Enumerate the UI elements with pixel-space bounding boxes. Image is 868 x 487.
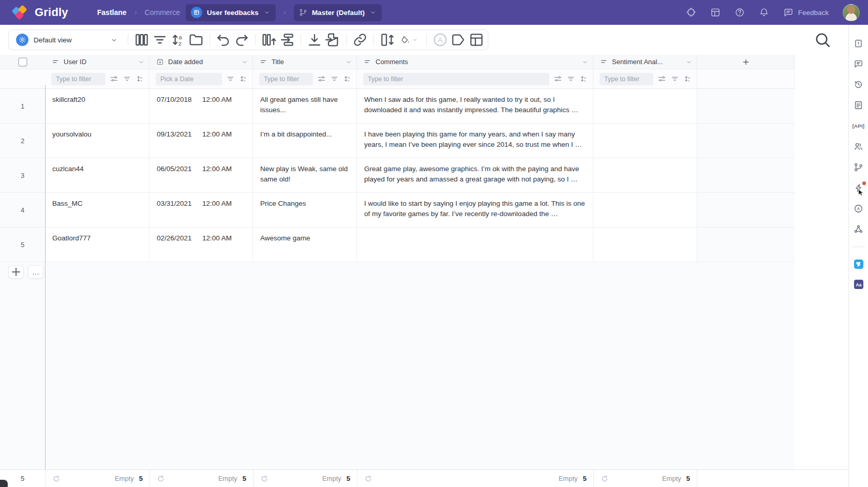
cell-title[interactable]: All great games still have issues... [253,89,357,123]
column-summary-comments[interactable]: Empty 5 [357,470,593,487]
cell-user-id[interactable]: cuzlcan44 [45,158,149,192]
addons-icon[interactable] [686,7,696,18]
column-header-date-added[interactable]: Date added [149,55,253,69]
user-avatar[interactable] [843,4,860,21]
column-header-title[interactable]: Title [253,55,357,69]
sort-icon[interactable]: az [136,74,144,83]
cell-comments[interactable]: I would like to start by saying I enjoy … [357,193,593,227]
sort-button[interactable]: az [169,32,187,48]
filter-input-user-id[interactable] [51,73,106,85]
filter-icon[interactable] [226,74,235,83]
translation-icon[interactable]: A [854,204,863,214]
filter-icon[interactable] [670,74,679,83]
cell-user-id[interactable]: skillcraft20 [45,89,149,123]
redo-button[interactable] [233,32,250,48]
cell-title[interactable]: I’m a bit disappointed... [253,124,357,158]
breadcrumb-project[interactable]: Fastlane [97,8,127,17]
grid-selector[interactable]: User feedbacks [186,4,276,21]
view-selector[interactable]: Default view [11,30,123,50]
cell-date-added[interactable]: 06/05/2021 12:00 AM [149,158,253,192]
members-icon[interactable] [854,142,863,151]
panels-icon[interactable] [710,7,721,18]
api-icon[interactable]: [API] [852,121,865,131]
breadcrumb-database[interactable]: Commerce [145,8,180,17]
column-header-comments[interactable]: Comments [357,55,593,69]
fill-color-button[interactable] [397,35,422,44]
cell-date-added[interactable]: 03/31/2021 12:00 AM [149,193,253,227]
refresh-icon[interactable] [157,475,165,483]
chevron-down-icon[interactable] [581,58,589,66]
notifications-icon[interactable] [759,7,769,18]
app-blue-icon[interactable] [854,260,863,269]
row-number[interactable]: 4 [0,193,45,227]
cell-user-id[interactable]: yoursolvalou [45,124,149,158]
cell-comments[interactable]: I have been playing this game for many y… [357,124,593,158]
help-icon[interactable] [735,7,745,18]
sort-icon[interactable]: az [239,74,248,83]
refresh-icon[interactable] [364,475,372,483]
cell-comments[interactable]: When I saw ads for this game, I really w… [357,89,593,123]
tasks-icon[interactable] [854,38,863,48]
record-panel-icon[interactable] [854,100,863,110]
column-summary-date-added[interactable]: Empty 5 [149,470,253,487]
cell-comments[interactable] [357,227,593,262]
sort-icon[interactable]: az [683,74,692,83]
group-button[interactable] [187,32,205,48]
connections-icon[interactable] [854,224,863,234]
cell-sentiment[interactable] [593,89,697,123]
table-view-button[interactable] [468,32,485,48]
add-column-button[interactable] [697,55,795,69]
cell-sentiment[interactable] [593,158,697,192]
freeze-columns-button[interactable] [260,32,278,48]
filter-settings-icon[interactable] [657,74,666,83]
cell-user-id[interactable]: Bass_MC [45,193,149,227]
cell-title[interactable]: Awesome game [253,227,357,262]
refresh-icon[interactable] [52,475,61,483]
chevron-down-icon[interactable] [685,58,693,66]
row-number[interactable]: 1 [0,89,45,123]
filter-input-title[interactable] [259,73,313,85]
cell-user-id[interactable]: Goatlord777 [45,227,149,262]
add-row-button[interactable] [8,265,24,279]
row-number[interactable]: 2 [0,124,45,158]
filter-input-sentiment[interactable] [600,73,653,85]
cell-title[interactable]: Price Changes [253,193,357,227]
row-grouping-button[interactable] [278,32,296,48]
tag-button[interactable] [450,32,467,48]
chevron-down-icon[interactable] [345,58,352,66]
sort-icon[interactable]: az [579,74,588,83]
refresh-icon[interactable] [601,475,609,483]
branch-selector[interactable]: Master (Default) [294,4,382,21]
filter-icon[interactable] [123,74,131,83]
cell-date-added[interactable]: 07/10/2018 12:00 AM [149,89,253,123]
cell-title[interactable]: New play is Weak, same old same old! [253,158,357,192]
cell-date-added[interactable]: 02/26/2021 12:00 AM [149,227,253,262]
undo-button[interactable] [215,32,232,48]
chevron-down-icon[interactable] [241,58,248,66]
app-purple-icon[interactable]: Aa [854,280,863,289]
filter-input-date-added[interactable] [156,73,222,85]
column-summary-sentiment[interactable]: Empty 5 [593,470,697,487]
manage-columns-button[interactable] [133,32,151,48]
gridly-logo[interactable]: Gridly [12,6,68,20]
row-options-button[interactable]: … [28,265,43,279]
filter-input-comments[interactable] [363,73,549,85]
cell-date-added[interactable]: 09/13/2021 12:00 AM [149,124,253,158]
column-header-sentiment[interactable]: Sentiment Anal... [593,55,697,69]
history-icon[interactable] [854,80,863,89]
branches-icon[interactable] [854,162,863,172]
filter-icon[interactable] [330,74,339,83]
filter-settings-icon[interactable] [553,74,562,83]
automations-icon[interactable] [854,183,863,193]
cell-sentiment[interactable] [593,193,697,227]
refresh-icon[interactable] [260,475,268,483]
filter-icon[interactable] [566,74,575,83]
feedback-button[interactable]: Feedback [783,7,829,18]
filter-button[interactable] [151,32,169,48]
dependencies-button[interactable] [351,32,369,48]
column-header-user-id[interactable]: User ID [45,55,149,69]
cell-sentiment[interactable] [593,124,697,158]
cell-sentiment[interactable] [593,227,697,262]
import-button[interactable] [324,32,341,48]
row-number[interactable]: 3 [0,158,45,192]
